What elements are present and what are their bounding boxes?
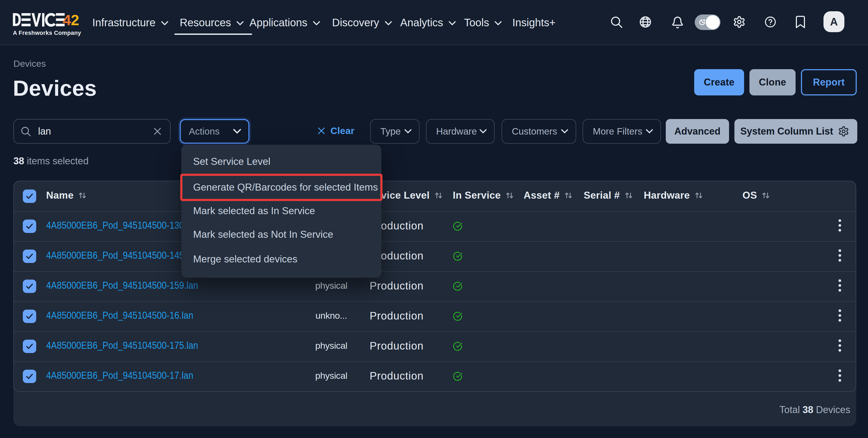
svg-text:42: 42 [63,13,79,27]
